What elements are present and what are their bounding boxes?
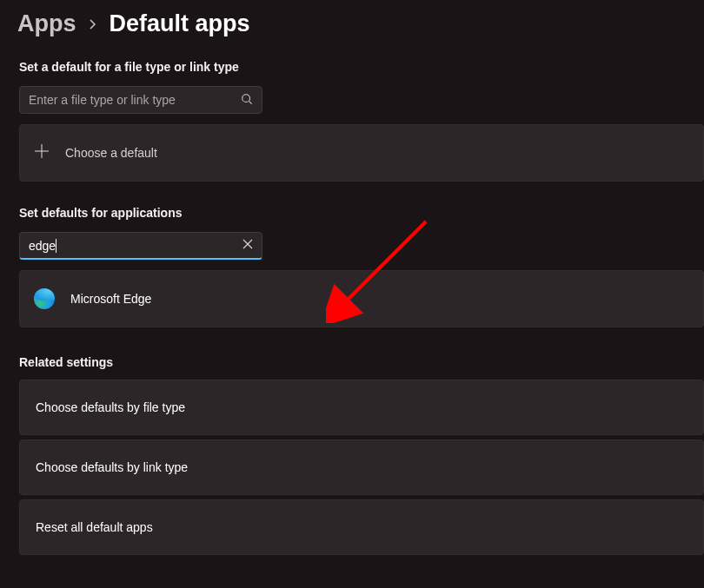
svg-point-0: [242, 94, 250, 102]
related-item-label: Reset all default apps: [36, 520, 153, 534]
app-result-microsoft-edge[interactable]: Microsoft Edge: [19, 270, 704, 327]
related-link-type[interactable]: Choose defaults by link type: [19, 439, 704, 495]
file-type-section-label: Set a default for a file type or link ty…: [0, 44, 704, 74]
plus-icon: [34, 143, 50, 163]
apps-search-value: edge: [29, 239, 56, 253]
clear-icon[interactable]: [242, 239, 253, 252]
page-title: Default apps: [110, 10, 250, 37]
search-icon: [241, 93, 253, 108]
breadcrumb-parent[interactable]: Apps: [17, 10, 76, 37]
choose-default-label: Choose a default: [65, 146, 157, 160]
related-settings-label: Related settings: [0, 340, 704, 369]
related-reset-all[interactable]: Reset all default apps: [19, 499, 704, 555]
choose-default-card[interactable]: Choose a default: [19, 124, 704, 182]
svg-line-1: [249, 101, 252, 103]
file-type-search[interactable]: [19, 86, 262, 114]
chevron-right-icon: [89, 18, 97, 34]
breadcrumb: Apps Default apps: [0, 0, 704, 44]
apps-section-label: Set defaults for applications: [0, 190, 704, 220]
related-file-type[interactable]: Choose defaults by file type: [19, 380, 704, 435]
related-item-label: Choose defaults by link type: [36, 460, 188, 474]
microsoft-edge-icon: [34, 288, 55, 309]
related-item-label: Choose defaults by file type: [36, 400, 185, 414]
file-type-search-input[interactable]: [29, 93, 241, 107]
apps-search[interactable]: edge: [19, 232, 262, 260]
app-result-label: Microsoft Edge: [70, 292, 151, 306]
text-caret: [56, 239, 56, 253]
